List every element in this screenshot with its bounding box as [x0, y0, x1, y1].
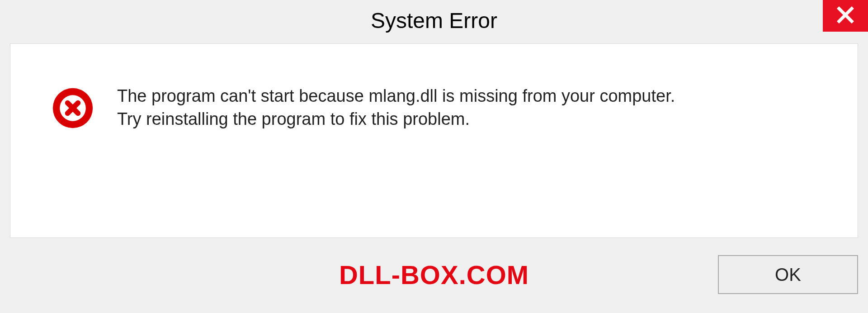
- dialog-footer: DLL-BOX.COM OK: [10, 250, 858, 299]
- dialog-message-line2: Try reinstalling the program to fix this…: [117, 108, 675, 131]
- ok-button[interactable]: OK: [718, 255, 858, 294]
- title-bar: System Error: [0, 0, 868, 41]
- dialog-message: The program can't start because mlang.dl…: [117, 85, 675, 131]
- error-icon: [51, 86, 94, 130]
- close-button[interactable]: [823, 0, 868, 32]
- watermark: DLL-BOX.COM: [339, 260, 529, 290]
- dialog-body: The program can't start because mlang.dl…: [10, 43, 858, 238]
- dialog-title: System Error: [371, 8, 497, 33]
- close-icon: [836, 5, 855, 26]
- dialog-message-line1: The program can't start because mlang.dl…: [117, 85, 675, 108]
